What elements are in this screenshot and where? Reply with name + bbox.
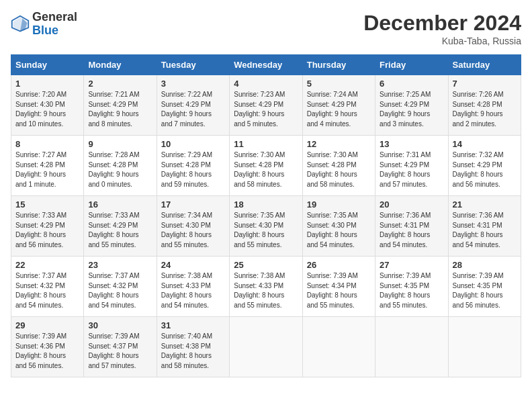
calendar-week-5: 29Sunrise: 7:39 AM Sunset: 4:36 PM Dayli… [11,317,521,377]
calendar-title: December 2024 [363,11,521,36]
day-info: Sunrise: 7:26 AM Sunset: 4:28 PM Dayligh… [453,90,517,129]
day-number: 4 [234,79,298,89]
day-info: Sunrise: 7:20 AM Sunset: 4:30 PM Dayligh… [15,90,79,129]
day-info: Sunrise: 7:39 AM Sunset: 4:35 PM Dayligh… [453,271,517,310]
day-info: Sunrise: 7:39 AM Sunset: 4:37 PM Dayligh… [88,332,152,371]
calendar-cell: 26Sunrise: 7:39 AM Sunset: 4:34 PM Dayli… [302,257,375,317]
header-wednesday: Wednesday [230,55,302,75]
day-number: 14 [453,139,517,149]
logo-icon [11,15,30,34]
calendar-cell: 9Sunrise: 7:28 AM Sunset: 4:28 PM Daylig… [84,136,157,196]
calendar-cell: 15Sunrise: 7:33 AM Sunset: 4:29 PM Dayli… [11,196,84,257]
day-info: Sunrise: 7:37 AM Sunset: 4:32 PM Dayligh… [88,271,152,310]
day-number: 1 [15,79,79,89]
day-info: Sunrise: 7:31 AM Sunset: 4:29 PM Dayligh… [380,150,443,189]
calendar-cell: 22Sunrise: 7:37 AM Sunset: 4:32 PM Dayli… [11,257,84,317]
day-info: Sunrise: 7:30 AM Sunset: 4:28 PM Dayligh… [307,150,371,189]
day-number: 23 [88,260,152,270]
day-number: 28 [453,260,517,270]
calendar-cell: 25Sunrise: 7:38 AM Sunset: 4:33 PM Dayli… [230,257,302,317]
calendar-cell: 3Sunrise: 7:22 AM Sunset: 4:29 PM Daylig… [157,75,229,136]
day-info: Sunrise: 7:38 AM Sunset: 4:33 PM Dayligh… [161,271,225,310]
calendar-cell: 18Sunrise: 7:35 AM Sunset: 4:30 PM Dayli… [230,196,302,257]
day-info: Sunrise: 7:33 AM Sunset: 4:29 PM Dayligh… [88,211,152,250]
day-info: Sunrise: 7:29 AM Sunset: 4:28 PM Dayligh… [161,150,225,189]
calendar-cell: 2Sunrise: 7:21 AM Sunset: 4:29 PM Daylig… [84,75,157,136]
day-number: 10 [161,139,225,149]
header-saturday: Saturday [448,55,521,75]
calendar-cell [448,317,521,377]
calendar-cell: 14Sunrise: 7:32 AM Sunset: 4:29 PM Dayli… [448,136,521,196]
header-sunday: Sunday [11,55,84,75]
calendar-cell: 24Sunrise: 7:38 AM Sunset: 4:33 PM Dayli… [157,257,229,317]
calendar-cell: 16Sunrise: 7:33 AM Sunset: 4:29 PM Dayli… [84,196,157,257]
day-number: 18 [234,199,298,210]
day-info: Sunrise: 7:23 AM Sunset: 4:29 PM Dayligh… [234,90,298,129]
calendar-cell: 7Sunrise: 7:26 AM Sunset: 4:28 PM Daylig… [448,75,521,136]
calendar-cell: 19Sunrise: 7:35 AM Sunset: 4:30 PM Dayli… [302,196,375,257]
header-thursday: Thursday [302,55,375,75]
calendar-cell: 12Sunrise: 7:30 AM Sunset: 4:28 PM Dayli… [302,136,375,196]
day-info: Sunrise: 7:35 AM Sunset: 4:30 PM Dayligh… [307,211,371,250]
day-number: 13 [380,139,443,149]
day-info: Sunrise: 7:36 AM Sunset: 4:31 PM Dayligh… [380,211,443,250]
day-info: Sunrise: 7:25 AM Sunset: 4:29 PM Dayligh… [380,90,443,129]
logo-general: General [32,10,77,24]
calendar-cell: 31Sunrise: 7:40 AM Sunset: 4:38 PM Dayli… [157,317,229,377]
calendar-table: SundayMondayTuesdayWednesdayThursdayFrid… [11,54,521,377]
day-number: 11 [234,139,298,149]
calendar-week-2: 8Sunrise: 7:27 AM Sunset: 4:28 PM Daylig… [11,136,521,196]
calendar-cell: 29Sunrise: 7:39 AM Sunset: 4:36 PM Dayli… [11,317,84,377]
day-number: 6 [380,79,443,89]
calendar-cell: 23Sunrise: 7:37 AM Sunset: 4:32 PM Dayli… [84,257,157,317]
calendar-cell [230,317,302,377]
header-monday: Monday [84,55,157,75]
calendar-cell: 27Sunrise: 7:39 AM Sunset: 4:35 PM Dayli… [375,257,448,317]
calendar-week-1: 1Sunrise: 7:20 AM Sunset: 4:30 PM Daylig… [11,75,521,136]
day-info: Sunrise: 7:39 AM Sunset: 4:36 PM Dayligh… [15,332,79,371]
day-number: 16 [88,199,152,210]
logo-blue: Blue [32,24,58,37]
day-info: Sunrise: 7:22 AM Sunset: 4:29 PM Dayligh… [161,90,225,129]
day-info: Sunrise: 7:36 AM Sunset: 4:31 PM Dayligh… [453,211,517,250]
calendar-cell: 20Sunrise: 7:36 AM Sunset: 4:31 PM Dayli… [375,196,448,257]
logo: General Blue [11,11,77,38]
calendar-cell: 8Sunrise: 7:27 AM Sunset: 4:28 PM Daylig… [11,136,84,196]
day-number: 15 [15,199,79,210]
calendar-cell: 5Sunrise: 7:24 AM Sunset: 4:29 PM Daylig… [302,75,375,136]
calendar-cell: 10Sunrise: 7:29 AM Sunset: 4:28 PM Dayli… [157,136,229,196]
day-number: 29 [15,320,79,330]
day-info: Sunrise: 7:24 AM Sunset: 4:29 PM Dayligh… [307,90,371,129]
day-info: Sunrise: 7:32 AM Sunset: 4:29 PM Dayligh… [453,150,517,189]
logo-text: General Blue [32,11,77,38]
day-number: 25 [234,260,298,270]
page-header: General Blue December 2024 Kuba-Taba, Ru… [11,11,521,46]
calendar-cell [375,317,448,377]
day-info: Sunrise: 7:27 AM Sunset: 4:28 PM Dayligh… [15,150,79,189]
calendar-week-3: 15Sunrise: 7:33 AM Sunset: 4:29 PM Dayli… [11,196,521,257]
calendar-subtitle: Kuba-Taba, Russia [363,36,521,46]
day-number: 17 [161,199,225,210]
day-number: 19 [307,199,371,210]
calendar-cell: 4Sunrise: 7:23 AM Sunset: 4:29 PM Daylig… [230,75,302,136]
calendar-cell: 30Sunrise: 7:39 AM Sunset: 4:37 PM Dayli… [84,317,157,377]
calendar-cell: 17Sunrise: 7:34 AM Sunset: 4:30 PM Dayli… [157,196,229,257]
day-number: 24 [161,260,225,270]
day-info: Sunrise: 7:34 AM Sunset: 4:30 PM Dayligh… [161,211,225,250]
day-number: 30 [88,320,152,330]
day-info: Sunrise: 7:28 AM Sunset: 4:28 PM Dayligh… [88,150,152,189]
calendar-cell: 6Sunrise: 7:25 AM Sunset: 4:29 PM Daylig… [375,75,448,136]
day-info: Sunrise: 7:38 AM Sunset: 4:33 PM Dayligh… [234,271,298,310]
day-info: Sunrise: 7:39 AM Sunset: 4:34 PM Dayligh… [307,271,371,310]
calendar-cell: 1Sunrise: 7:20 AM Sunset: 4:30 PM Daylig… [11,75,84,136]
day-number: 31 [161,320,225,330]
day-info: Sunrise: 7:39 AM Sunset: 4:35 PM Dayligh… [380,271,443,310]
day-number: 27 [380,260,443,270]
day-info: Sunrise: 7:35 AM Sunset: 4:30 PM Dayligh… [234,211,298,250]
day-number: 22 [15,260,79,270]
day-info: Sunrise: 7:37 AM Sunset: 4:32 PM Dayligh… [15,271,79,310]
title-block: December 2024 Kuba-Taba, Russia [363,11,521,46]
day-number: 12 [307,139,371,149]
calendar-cell: 28Sunrise: 7:39 AM Sunset: 4:35 PM Dayli… [448,257,521,317]
calendar-cell: 13Sunrise: 7:31 AM Sunset: 4:29 PM Dayli… [375,136,448,196]
